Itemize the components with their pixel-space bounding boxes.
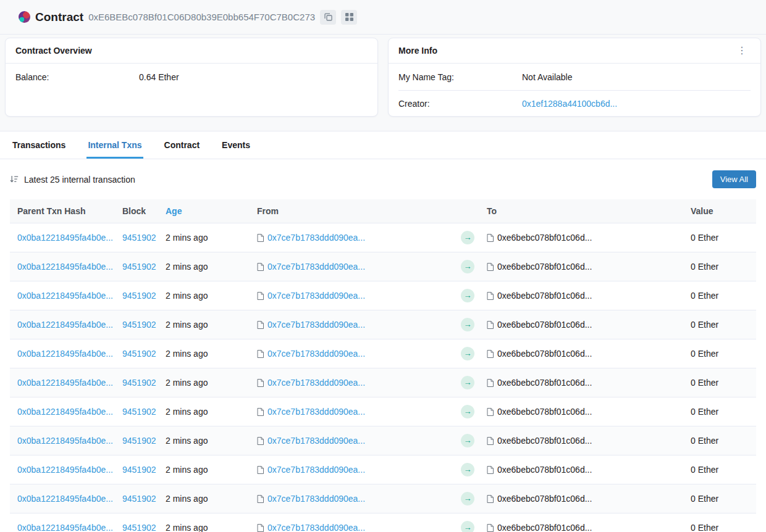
parent-txn-hash-link[interactable]: 0x0ba12218495fa4b0e... — [17, 262, 113, 272]
arrow-right-icon: → — [461, 289, 474, 302]
document-icon — [487, 234, 494, 242]
parent-txn-hash-link[interactable]: 0x0ba12218495fa4b0e... — [17, 523, 113, 532]
view-all-button[interactable]: View All — [712, 170, 756, 188]
to-address-text: 0xe6bebc078bf01c06d... — [497, 523, 592, 532]
block-link[interactable]: 9451902 — [122, 291, 156, 301]
table-row: 0x0ba12218495fa4b0e... 9451902 2 mins ag… — [10, 310, 756, 339]
tab-internal-txns[interactable]: Internal Txns — [86, 131, 143, 159]
arrow-right-icon: → — [461, 434, 474, 447]
block-link[interactable]: 9451902 — [122, 320, 156, 330]
parent-txn-hash-link[interactable]: 0x0ba12218495fa4b0e... — [17, 291, 113, 301]
parent-txn-hash-link[interactable]: 0x0ba12218495fa4b0e... — [17, 320, 113, 330]
to-address-text: 0xe6bebc078bf01c06d... — [497, 494, 592, 504]
col-value: Value — [684, 199, 756, 223]
document-icon — [487, 263, 494, 271]
txn-table-body: 0x0ba12218495fa4b0e... 9451902 2 mins ag… — [10, 223, 756, 532]
sort-icon — [10, 175, 19, 183]
table-row: 0x0ba12218495fa4b0e... 9451902 2 mins ag… — [10, 426, 756, 455]
col-block: Block — [116, 199, 159, 223]
table-row: 0x0ba12218495fa4b0e... 9451902 2 mins ag… — [10, 339, 756, 368]
tab-events[interactable]: Events — [221, 131, 251, 159]
value-text: 0 Ether — [691, 465, 718, 475]
arrow-right-icon: → — [461, 463, 474, 476]
from-address-link[interactable]: 0x7ce7b1783ddd090ea... — [267, 465, 365, 475]
summary-cards: Contract Overview Balance: 0.64 Ether Mo… — [0, 35, 766, 117]
from-address-link[interactable]: 0x7ce7b1783ddd090ea... — [267, 407, 365, 417]
col-from: From — [251, 199, 455, 223]
document-icon — [257, 234, 264, 242]
value-text: 0 Ether — [691, 233, 718, 243]
parent-txn-hash-link[interactable]: 0x0ba12218495fa4b0e... — [17, 378, 113, 388]
block-link[interactable]: 9451902 — [122, 262, 156, 272]
to-address-text: 0xe6bebc078bf01c06d... — [497, 320, 592, 330]
from-address-link[interactable]: 0x7ce7b1783ddd090ea... — [267, 378, 365, 388]
parent-txn-hash-link[interactable]: 0x0ba12218495fa4b0e... — [17, 494, 113, 504]
age-text: 2 mins ago — [166, 436, 208, 446]
age-sort-link[interactable]: Age — [166, 206, 182, 216]
age-text: 2 mins ago — [166, 407, 208, 417]
internal-txns-table: Parent Txn Hash Block Age From To Value … — [10, 199, 756, 532]
table-row: 0x0ba12218495fa4b0e... 9451902 2 mins ag… — [10, 397, 756, 426]
block-link[interactable]: 9451902 — [122, 523, 156, 532]
document-icon — [487, 292, 494, 300]
block-link[interactable]: 9451902 — [122, 494, 156, 504]
parent-txn-hash-link[interactable]: 0x0ba12218495fa4b0e... — [17, 407, 113, 417]
block-link[interactable]: 9451902 — [122, 465, 156, 475]
creator-label: Creator: — [398, 99, 522, 109]
latest-summary: Latest 25 internal transaction — [10, 175, 135, 185]
age-text: 2 mins ago — [166, 523, 208, 532]
document-icon — [257, 321, 264, 329]
from-address-link[interactable]: 0x7ce7b1783ddd090ea... — [267, 291, 365, 301]
document-icon — [487, 408, 494, 416]
from-address-link[interactable]: 0x7ce7b1783ddd090ea... — [267, 523, 365, 532]
contract-overview-card: Contract Overview Balance: 0.64 Ether — [5, 38, 378, 117]
table-row: 0x0ba12218495fa4b0e... 9451902 2 mins ag… — [10, 223, 756, 252]
copy-address-button[interactable] — [320, 10, 336, 25]
from-address-link[interactable]: 0x7ce7b1783ddd090ea... — [267, 320, 365, 330]
table-row: 0x0ba12218495fa4b0e... 9451902 2 mins ag… — [10, 252, 756, 281]
document-icon — [257, 466, 264, 474]
from-address-link[interactable]: 0x7ce7b1783ddd090ea... — [267, 436, 365, 446]
block-link[interactable]: 9451902 — [122, 407, 156, 417]
table-row: 0x0ba12218495fa4b0e... 9451902 2 mins ag… — [10, 484, 756, 513]
to-address-text: 0xe6bebc078bf01c06d... — [497, 465, 592, 475]
name-tag-label: My Name Tag: — [398, 72, 522, 82]
more-info-menu-button[interactable]: ⋮ — [733, 44, 751, 57]
block-link[interactable]: 9451902 — [122, 378, 156, 388]
from-address-link[interactable]: 0x7ce7b1783ddd090ea... — [267, 233, 365, 243]
table-row: 0x0ba12218495fa4b0e... 9451902 2 mins ag… — [10, 368, 756, 397]
document-icon — [257, 408, 264, 416]
to-address-text: 0xe6bebc078bf01c06d... — [497, 233, 592, 243]
to-address-text: 0xe6bebc078bf01c06d... — [497, 291, 592, 301]
parent-txn-hash-link[interactable]: 0x0ba12218495fa4b0e... — [17, 233, 113, 243]
from-address-link[interactable]: 0x7ce7b1783ddd090ea... — [267, 262, 365, 272]
arrow-right-icon: → — [461, 347, 474, 360]
age-text: 2 mins ago — [166, 262, 208, 272]
parent-txn-hash-link[interactable]: 0x0ba12218495fa4b0e... — [17, 436, 113, 446]
balance-value: 0.64 Ether — [139, 72, 179, 82]
arrow-right-icon: → — [461, 318, 474, 331]
age-text: 2 mins ago — [166, 291, 208, 301]
block-link[interactable]: 9451902 — [122, 436, 156, 446]
tab-transactions[interactable]: Transactions — [11, 131, 67, 159]
to-address-text: 0xe6bebc078bf01c06d... — [497, 407, 592, 417]
from-address-link[interactable]: 0x7ce7b1783ddd090ea... — [267, 349, 365, 359]
value-text: 0 Ether — [691, 262, 718, 272]
main-panel: TransactionsInternal TxnsContractEvents … — [0, 131, 766, 532]
contract-overview-title: Contract Overview — [15, 46, 92, 56]
creator-address-link[interactable]: 0x1ef1288a44100cb6d... — [522, 99, 617, 109]
from-address-link[interactable]: 0x7ce7b1783ddd090ea... — [267, 494, 365, 504]
apps-button[interactable] — [341, 10, 357, 25]
tab-contract[interactable]: Contract — [163, 131, 201, 159]
parent-txn-hash-link[interactable]: 0x0ba12218495fa4b0e... — [17, 465, 113, 475]
age-text: 2 mins ago — [166, 349, 208, 359]
value-text: 0 Ether — [691, 523, 718, 532]
col-age: Age — [159, 199, 251, 223]
block-link[interactable]: 9451902 — [122, 233, 156, 243]
block-link[interactable]: 9451902 — [122, 349, 156, 359]
parent-txn-hash-link[interactable]: 0x0ba12218495fa4b0e... — [17, 349, 113, 359]
arrow-right-icon: → — [461, 231, 474, 244]
creator-row: Creator: 0x1ef1288a44100cb6d... — [398, 90, 751, 117]
value-text: 0 Ether — [691, 436, 718, 446]
document-icon — [487, 437, 494, 445]
